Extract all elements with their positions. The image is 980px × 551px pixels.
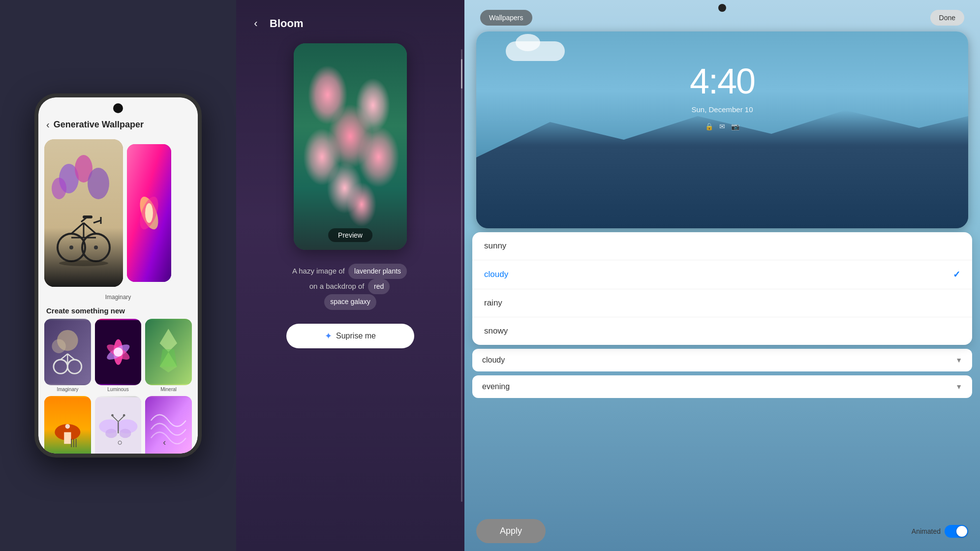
create-section-title: Create something new (38, 305, 198, 319)
collapsed-label-evening: evening (482, 382, 510, 391)
nav-home-icon[interactable]: ○ (118, 437, 123, 448)
grid-item-mineral[interactable] (145, 319, 192, 385)
animated-toggle: Animated (912, 525, 968, 538)
weather-dropdown: sunny cloudy ✓ rainy snowy (472, 232, 972, 345)
bloom-title: Bloom (270, 17, 303, 30)
phone-notch (113, 103, 123, 113)
bloom-back-button[interactable]: ‹ (248, 16, 264, 31)
surprise-me-label: Suprise me (336, 332, 376, 340)
dropdown-item-snowy[interactable]: snowy (472, 317, 972, 345)
panel-wallpaper-settings: Wallpapers Done 4:40 Sun, December 10 🔒 … (464, 0, 980, 551)
wallpaper-carousel (38, 134, 198, 292)
chevron-down-icon-1: ▼ (955, 356, 962, 364)
checkmark-icon: ✓ (953, 269, 960, 280)
panel-generative-wallpaper: ‹ Generative Wallpaper (0, 0, 236, 551)
bloom-trees-art (294, 43, 407, 250)
svg-point-8 (94, 245, 98, 249)
collapsed-label-cloudy: cloudy (482, 356, 505, 365)
grid-label-luminous: Luminous (95, 387, 142, 392)
lock-icon-2: ✉ (719, 122, 725, 130)
settings-camera-dot (718, 4, 726, 12)
svg-point-46 (105, 429, 117, 438)
settings-bottom-bar: Apply Animated (464, 511, 980, 551)
lock-time: 4:40 (476, 61, 968, 101)
dropdown-label-cloudy: cloudy (484, 270, 508, 279)
grid-cell-mineral[interactable]: Mineral (145, 319, 192, 392)
bloom-prompt: A hazy image of lavender plants on a bac… (236, 254, 464, 320)
panel-bloom: ‹ Bloom Preview A hazy image of lavender… (236, 0, 464, 551)
prompt-middle: on a backdrop of (309, 282, 365, 290)
collapsed-dropdowns: cloudy ▼ evening ▼ (464, 345, 980, 398)
dropdown-label-rainy: rainy (484, 298, 502, 308)
preview-label[interactable]: Preview (328, 228, 372, 242)
grid-item-luminous[interactable] (95, 319, 142, 385)
lock-icon-3: 📷 (731, 122, 739, 130)
animated-toggle-thumb (956, 526, 967, 537)
svg-rect-22 (44, 320, 91, 384)
svg-point-3 (88, 168, 109, 199)
sparkle-icon: ✦ (325, 331, 332, 341)
prompt-tag-lavender[interactable]: lavender plants (348, 264, 407, 279)
done-button[interactable]: Done (930, 10, 964, 26)
back-arrow-icon[interactable]: ‹ (46, 119, 50, 130)
dropdown-label-sunny: sunny (484, 241, 506, 251)
grid-cell-imaginary[interactable]: Imaginary (44, 319, 91, 392)
svg-point-34 (114, 347, 123, 357)
svg-point-7 (69, 245, 73, 249)
bloom-header: ‹ Bloom (236, 0, 464, 39)
apply-button[interactable]: Apply (476, 519, 546, 543)
lock-icon-1: 🔒 (705, 122, 713, 130)
generative-wallpaper-title: Generative Wallpaper (54, 120, 144, 130)
prompt-prefix: A hazy image of (292, 267, 345, 275)
wallpapers-button[interactable]: Wallpapers (480, 10, 532, 26)
surprise-me-button[interactable]: ✦ Suprise me (286, 324, 414, 348)
wallpaper-card-imaginary[interactable] (44, 139, 123, 287)
cloud-shape (506, 41, 565, 61)
dropdown-item-cloudy[interactable]: cloudy ✓ (472, 260, 972, 289)
svg-point-42 (65, 424, 70, 429)
grid-label-imaginary: Imaginary (44, 387, 91, 392)
nav-back-icon[interactable]: ‹ (163, 437, 166, 448)
svg-rect-16 (83, 215, 92, 218)
phone-frame: ‹ Generative Wallpaper (34, 93, 202, 458)
collapsed-dropdown-evening[interactable]: evening ▼ (472, 375, 972, 398)
chevron-down-icon-2: ▼ (955, 383, 962, 391)
svg-point-17 (59, 260, 108, 266)
collapsed-dropdown-cloudy[interactable]: cloudy ▼ (472, 349, 972, 371)
bloom-preview-container: Preview (236, 39, 464, 254)
bike-wallpaper-art (44, 139, 123, 287)
svg-point-4 (52, 178, 66, 199)
wallpaper-grid: Imaginary (38, 319, 198, 454)
wallpaper-card-colorful[interactable] (127, 144, 171, 282)
nav-menu-icon[interactable]: ||| (70, 437, 77, 448)
svg-point-52 (122, 414, 125, 417)
dropdown-item-rainy[interactable]: rainy (472, 289, 972, 317)
svg-point-21 (145, 203, 153, 223)
carousel-main-label: Imaginary (38, 294, 198, 301)
lockscreen-preview: 4:40 Sun, December 10 🔒 ✉ 📷 (476, 31, 968, 228)
bloom-phone-preview: Preview (294, 43, 407, 250)
dropdown-item-sunny[interactable]: sunny (472, 232, 972, 260)
svg-rect-48 (118, 422, 119, 433)
svg-point-47 (119, 429, 131, 438)
prompt-tag-galaxy[interactable]: space galaxy (324, 294, 376, 309)
animated-label: Animated (912, 527, 941, 535)
svg-point-24 (52, 339, 65, 353)
phone-navigation: ||| ○ ‹ (38, 437, 198, 448)
bloom-back-icon: ‹ (254, 17, 257, 30)
lock-date: Sun, December 10 (476, 105, 968, 114)
dropdown-label-snowy: snowy (484, 326, 508, 336)
prompt-tag-red[interactable]: red (368, 279, 390, 294)
grid-cell-luminous[interactable]: Luminous (95, 319, 142, 392)
grid-label-mineral: Mineral (145, 387, 192, 392)
lock-icons: 🔒 ✉ 📷 (476, 122, 968, 130)
grid-item-imaginary[interactable] (44, 319, 91, 385)
animated-toggle-track[interactable] (945, 525, 968, 538)
svg-point-51 (111, 414, 114, 417)
phone-screen: ‹ Generative Wallpaper (38, 97, 198, 454)
